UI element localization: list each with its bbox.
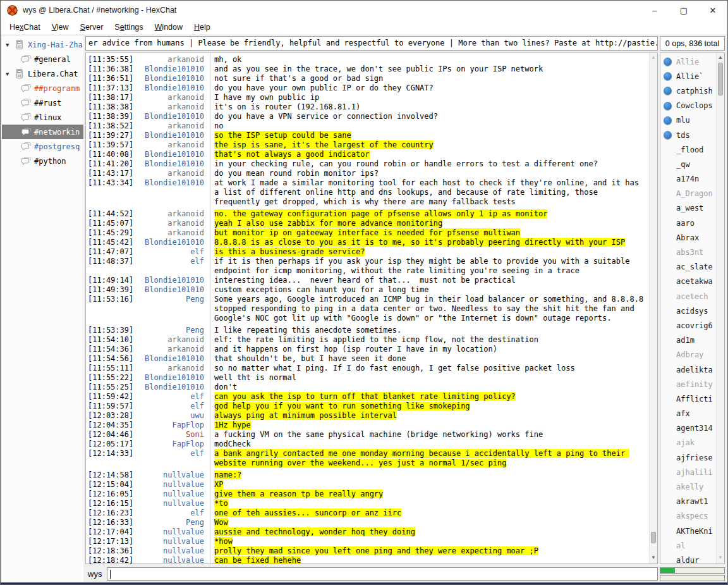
nick[interactable]: Blondie101010 bbox=[136, 354, 208, 364]
tree-item-general[interactable]: #general bbox=[2, 52, 83, 66]
nick[interactable]: arkanoid bbox=[136, 345, 208, 354]
nick[interactable]: Blondie101010 bbox=[136, 150, 208, 159]
titlebar[interactable]: wys @ Libera.Chat / #networking - HexCha… bbox=[1, 1, 727, 20]
nick[interactable]: Blondie101010 bbox=[136, 178, 208, 188]
nick[interactable]: nullvalue bbox=[136, 471, 208, 480]
tree-item-postgresq[interactable]: #postgresq bbox=[2, 139, 83, 154]
user-item[interactable]: Afflicti bbox=[660, 391, 716, 406]
user-item[interactable]: adelikta bbox=[660, 362, 716, 377]
user-item[interactable]: ajak bbox=[660, 436, 716, 450]
user-item[interactable]: acetech bbox=[660, 289, 716, 304]
nick[interactable]: elf bbox=[136, 449, 208, 459]
tree-item-rust[interactable]: ##rust bbox=[2, 95, 83, 110]
nick[interactable]: Soni bbox=[136, 430, 208, 440]
nick[interactable]: arkanoid bbox=[136, 209, 208, 219]
menu-view[interactable]: View bbox=[46, 22, 75, 33]
nick[interactable]: Blondie101010 bbox=[136, 131, 208, 140]
user-item[interactable]: _flood bbox=[660, 142, 716, 157]
user-item[interactable]: akelly bbox=[660, 479, 716, 494]
user-item[interactable]: Allie bbox=[660, 54, 716, 69]
user-item[interactable]: ajfriese bbox=[660, 450, 716, 465]
scroll-down-icon[interactable]: ▼ bbox=[717, 554, 724, 562]
user-item[interactable]: Cowclops bbox=[660, 99, 716, 113]
user-item[interactable]: acetakwa bbox=[660, 274, 716, 289]
nick[interactable]: arkanoid bbox=[136, 55, 208, 65]
user-item[interactable]: agent314 bbox=[660, 421, 716, 436]
nick[interactable]: Blondie101010 bbox=[136, 159, 208, 169]
topic-input[interactable]: er advice from humans | Please be friend… bbox=[85, 36, 658, 51]
minimize-button[interactable]: – bbox=[640, 1, 669, 20]
user-item[interactable]: AKTheKni bbox=[660, 524, 716, 538]
nick[interactable]: nullvalue bbox=[136, 499, 208, 508]
nick[interactable]: arkanoid bbox=[136, 93, 208, 102]
close-button[interactable]: ✕ bbox=[698, 1, 727, 20]
tree-item-programm[interactable]: ##programm bbox=[2, 81, 83, 95]
nick[interactable]: arkanoid bbox=[136, 169, 208, 178]
nick[interactable]: nullvalue bbox=[136, 556, 208, 563]
user-item[interactable]: al bbox=[660, 538, 716, 553]
user-item[interactable]: Adbray bbox=[660, 348, 716, 362]
menu-server[interactable]: Server bbox=[75, 22, 109, 33]
nick[interactable]: Blondie101010 bbox=[136, 285, 208, 295]
user-item[interactable]: ac_slate bbox=[660, 260, 716, 274]
user-item[interactable]: akspecs bbox=[660, 509, 716, 524]
nick[interactable]: nullvalue bbox=[136, 527, 208, 537]
nick[interactable]: arkanoid bbox=[136, 121, 208, 131]
tree-item-xing-hai-zha[interactable]: ▼Xing-Hai-Zha bbox=[2, 37, 83, 52]
chat-scrollbar[interactable]: ▲ ▼ bbox=[649, 53, 657, 563]
nick[interactable]: Blondie101010 bbox=[136, 83, 208, 93]
chat-panel[interactable]: [11:35:55]arkanoidmh, ok[11:36:38]Blondi… bbox=[85, 52, 658, 564]
user-item[interactable]: catphish bbox=[660, 83, 716, 98]
user-item[interactable]: aaro bbox=[660, 216, 716, 230]
nick[interactable]: Blondie101010 bbox=[136, 74, 208, 83]
message-input[interactable] bbox=[107, 567, 658, 581]
user-item[interactable]: a174n bbox=[660, 172, 716, 187]
menu-help[interactable]: Help bbox=[188, 22, 216, 33]
nick[interactable]: nullvalue bbox=[136, 490, 208, 499]
expander-icon[interactable]: ▼ bbox=[6, 71, 15, 77]
nick[interactable]: arkanoid bbox=[136, 102, 208, 112]
nick[interactable]: elf bbox=[136, 392, 208, 402]
nick[interactable]: Peng bbox=[136, 326, 208, 335]
nick[interactable]: Peng bbox=[136, 518, 208, 527]
userlist-scroll-thumb[interactable] bbox=[718, 63, 723, 95]
channel-tree[interactable]: ▼Xing-Hai-Zha#general▼Libera.Chat##progr… bbox=[2, 36, 83, 582]
scroll-up-icon[interactable]: ▲ bbox=[650, 54, 657, 61]
maximize-button[interactable]: ▢ bbox=[669, 1, 698, 20]
nick[interactable]: FapFlop bbox=[136, 440, 208, 449]
nick[interactable]: nullvalue bbox=[136, 537, 208, 546]
nick[interactable]: elf bbox=[136, 247, 208, 257]
tree-item-linux[interactable]: #linux bbox=[2, 110, 83, 125]
menu-settings[interactable]: Settings bbox=[109, 22, 149, 33]
nick[interactable]: elf bbox=[136, 508, 208, 518]
user-item[interactable]: mlu bbox=[660, 113, 716, 128]
user-item[interactable]: acidsys bbox=[660, 304, 716, 318]
nick[interactable]: Blondie101010 bbox=[136, 276, 208, 285]
tree-item-libera-chat[interactable]: ▼Libera.Chat bbox=[2, 66, 83, 81]
user-item[interactable]: A_Dragon bbox=[660, 187, 716, 201]
user-item[interactable]: tds bbox=[660, 128, 716, 142]
nick[interactable]: arkanoid bbox=[136, 335, 208, 345]
user-item[interactable]: a_west bbox=[660, 201, 716, 216]
chat-scroll-thumb[interactable] bbox=[651, 532, 656, 543]
user-item[interactable]: _qw bbox=[660, 157, 716, 171]
user-item[interactable]: afx bbox=[660, 407, 716, 421]
nick[interactable]: elf bbox=[136, 257, 208, 266]
nick[interactable]: Blondie101010 bbox=[136, 383, 208, 392]
nick[interactable]: uwu bbox=[136, 411, 208, 421]
tree-item-python[interactable]: #python bbox=[2, 154, 83, 168]
nick[interactable]: FapFlop bbox=[136, 421, 208, 430]
nick[interactable]: elf bbox=[136, 402, 208, 411]
scroll-up-icon[interactable]: ▲ bbox=[717, 54, 724, 61]
user-item[interactable]: aldur bbox=[660, 553, 716, 563]
nick[interactable]: arkanoid bbox=[136, 364, 208, 373]
nick[interactable]: Blondie101010 bbox=[136, 112, 208, 121]
scroll-down-icon[interactable]: ▼ bbox=[650, 554, 657, 562]
user-list[interactable]: AllieAllie`catphishCowclopsmlutds_flood_… bbox=[660, 53, 716, 563]
nick[interactable]: nullvalue bbox=[136, 546, 208, 556]
userlist-scrollbar[interactable]: ▲ ▼ bbox=[716, 53, 724, 563]
nick[interactable]: Peng bbox=[136, 295, 208, 304]
nick[interactable]: Blondie101010 bbox=[136, 65, 208, 74]
tree-item-networkin[interactable]: #networkin bbox=[2, 125, 83, 139]
nick[interactable]: nullvalue bbox=[136, 480, 208, 490]
